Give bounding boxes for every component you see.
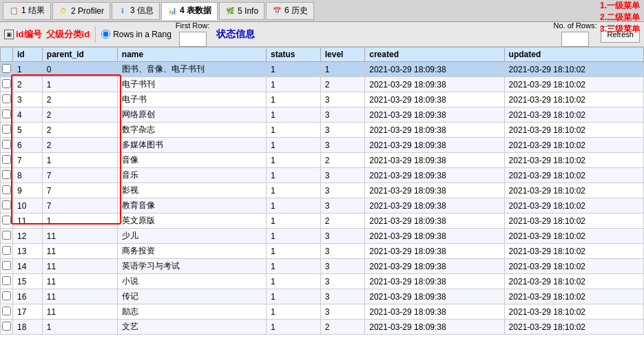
table-row[interactable]: 1511小说132021-03-29 18:09:382021-03-29 18… [1,274,644,289]
row-checkbox[interactable] [2,261,11,270]
cell-parent_id: 7 [42,183,117,198]
row-checkbox[interactable] [2,110,11,118]
tab-infotab-label: 5 Info [238,6,258,16]
table-row[interactable]: 21电子书刊122021-03-29 18:09:382021-03-29 18… [1,77,644,92]
cell-updated: 2021-03-29 18:10:02 [504,168,643,183]
row-checkbox[interactable] [2,231,11,240]
cell-updated: 2021-03-29 18:10:02 [504,138,643,153]
cell-name: 教育音像 [117,198,266,214]
tab-profiler[interactable]: ⏱ 2 Profiler [52,2,110,20]
table-row[interactable]: 42网络原创132021-03-29 18:09:382021-03-29 18… [1,107,644,123]
rows-range-radio[interactable] [101,30,110,39]
table-row[interactable]: 1711励志132021-03-29 18:09:382021-03-29 18… [1,304,644,320]
cell-updated: 2021-03-29 18:10:02 [504,183,643,198]
cell-parent_id: 11 [42,244,117,259]
cell-name: 多媒体图书 [117,138,266,153]
table-container[interactable]: id parent_id name status level created u… [0,47,644,354]
row-checkbox[interactable] [2,200,11,209]
cell-updated: 2021-03-29 18:10:02 [504,123,643,138]
table-row[interactable]: 10图书、音像、电子书刊112021-03-29 18:09:382021-03… [1,62,644,77]
id-annotation-group: ▣ id编号 [4,28,42,41]
table-row[interactable]: 97影视132021-03-29 18:09:382021-03-29 18:1… [1,183,644,198]
row-checkbox[interactable] [2,246,11,255]
table-row[interactable]: 1311商务投资132021-03-29 18:09:382021-03-29 … [1,244,644,259]
th-updated: updated [504,48,643,62]
cell-parent_id: 11 [42,289,117,304]
cell-created: 2021-03-29 18:09:38 [365,259,504,274]
first-row-input[interactable] [179,32,207,47]
tab-infotab[interactable]: 🌿 5 Info [219,2,264,20]
cell-name: 英文原版 [117,214,266,229]
row-checkbox[interactable] [2,322,11,331]
cell-updated: 2021-03-29 18:10:02 [504,107,643,123]
tab-tabledata[interactable]: 📊 4 表数据 [161,2,218,20]
cell-updated: 2021-03-29 18:10:02 [504,92,643,107]
table-row[interactable]: 71音像122021-03-29 18:09:382021-03-29 18:1… [1,153,644,168]
tab-info[interactable]: ℹ 3 信息 [112,2,160,20]
cell-id: 4 [13,107,43,123]
cell-id: 16 [13,289,43,304]
no-of-rows-input[interactable] [561,32,589,47]
first-row-group: First Row: [176,21,210,47]
row-checkbox[interactable] [2,155,11,164]
cell-status: 1 [267,229,321,244]
table-row[interactable]: 1411英语学习与考试132021-03-29 18:09:382021-03-… [1,259,644,274]
cell-name: 网络原创 [117,107,266,123]
cell-parent_id: 7 [42,198,117,214]
cell-level: 3 [320,244,365,259]
cell-parent_id: 7 [42,168,117,183]
cell-updated: 2021-03-29 18:10:02 [504,153,643,168]
row-checkbox-cell [1,198,13,214]
row-checkbox[interactable] [2,170,11,179]
row-checkbox[interactable] [2,79,11,88]
row-checkbox[interactable] [2,185,11,194]
cell-name: 文艺 [117,320,266,335]
table-row[interactable]: 62多媒体图书132021-03-29 18:09:382021-03-29 1… [1,138,644,153]
tab-history[interactable]: 📅 6 历史 [266,2,314,20]
table-row[interactable]: 1611传记132021-03-29 18:09:382021-03-29 18… [1,289,644,304]
cell-level: 3 [320,274,365,289]
table-row[interactable]: 181文艺122021-03-29 18:09:382021-03-29 18:… [1,320,644,335]
row-checkbox[interactable] [2,64,11,73]
cell-level: 3 [320,229,365,244]
cell-level: 3 [320,168,365,183]
cell-updated: 2021-03-29 18:10:02 [504,198,643,214]
id-label-annotation: id编号 [16,28,42,41]
th-checkbox [1,48,13,62]
menu-annotations: 1.一级菜单 2.二级菜单 3.三级菜单 [600,0,640,34]
cell-name: 传记 [117,289,266,304]
row-checkbox-cell [1,168,13,183]
cell-updated: 2021-03-29 18:10:02 [504,77,643,92]
row-checkbox[interactable] [2,276,11,285]
cell-level: 2 [320,320,365,335]
cell-id: 1 [13,62,43,77]
toolbar: ▣ id编号 父级分类id Rows in a Rang First Row: … [0,22,644,47]
data-table: id parent_id name status level created u… [0,47,644,335]
table-row[interactable]: 107教育音像132021-03-29 18:09:382021-03-29 1… [1,198,644,214]
cell-updated: 2021-03-29 18:10:02 [504,289,643,304]
table-row[interactable]: 87音乐132021-03-29 18:09:382021-03-29 18:1… [1,168,644,183]
row-checkbox[interactable] [2,216,11,225]
table-row[interactable]: 111英文原版122021-03-29 18:09:382021-03-29 1… [1,214,644,229]
cell-id: 12 [13,229,43,244]
cell-name: 数字杂志 [117,123,266,138]
infotab-icon: 🌿 [225,6,235,16]
row-checkbox[interactable] [2,291,11,300]
history-icon: 📅 [272,6,282,16]
cell-parent_id: 11 [42,304,117,320]
cell-name: 影视 [117,183,266,198]
cell-created: 2021-03-29 18:09:38 [365,244,504,259]
row-checkbox[interactable] [2,306,11,315]
tab-results[interactable]: 📋 1 结果 [3,2,51,20]
row-checkbox[interactable] [2,125,11,134]
cell-parent_id: 2 [42,107,117,123]
row-checkbox[interactable] [2,140,11,149]
cell-created: 2021-03-29 18:09:38 [365,107,504,123]
row-checkbox[interactable] [2,94,11,103]
row-checkbox-cell [1,289,13,304]
row-checkbox-cell [1,304,13,320]
table-row[interactable]: 32电子书132021-03-29 18:09:382021-03-29 18:… [1,92,644,107]
cell-status: 1 [267,62,321,77]
table-row[interactable]: 52数字杂志132021-03-29 18:09:382021-03-29 18… [1,123,644,138]
table-row[interactable]: 1211少儿132021-03-29 18:09:382021-03-29 18… [1,229,644,244]
